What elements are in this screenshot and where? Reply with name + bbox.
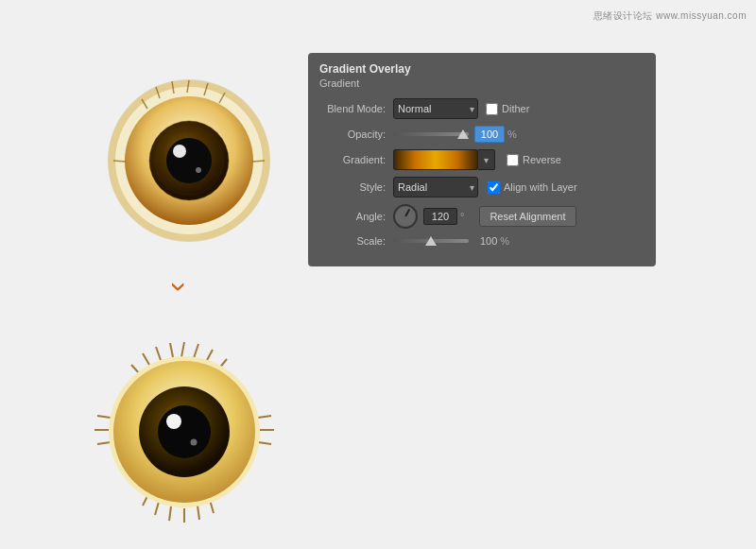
svg-line-27 (198, 506, 199, 520)
scale-row: Scale: 100 % (319, 235, 644, 247)
angle-unit: ° (460, 211, 464, 222)
style-row: Style: Radial Linear Angle Reflected Dia… (319, 177, 644, 197)
svg-point-43 (191, 439, 198, 446)
svg-line-37 (97, 416, 111, 418)
gradient-row: Gradient: ▾ Reverse (319, 149, 644, 170)
dither-checkbox[interactable] (486, 103, 498, 115)
gradient-overlay-panel: Gradient Overlay Gradient Blend Mode: No… (308, 53, 656, 266)
svg-line-18 (181, 342, 184, 357)
eye-top-illustration (104, 76, 274, 246)
style-select[interactable]: Radial Linear Angle Reflected Diamond (393, 177, 478, 197)
align-checkbox-label[interactable]: Align with Layer (488, 181, 577, 194)
gradient-label: Gradient: (319, 154, 386, 165)
scale-slider-thumb[interactable] (425, 236, 437, 246)
gradient-dropdown-btn[interactable]: ▾ (478, 149, 495, 170)
opacity-value-input[interactable] (474, 126, 505, 143)
opacity-row: Opacity: % (319, 126, 644, 143)
panel-subtitle: Gradient (319, 77, 644, 89)
scale-label: Scale: (319, 235, 386, 247)
reverse-checkbox[interactable] (507, 154, 519, 166)
scale-unit: % (500, 235, 509, 247)
gradient-swatch-wrapper[interactable]: ▾ (393, 149, 495, 170)
opacity-unit: % (507, 129, 517, 140)
svg-line-36 (97, 442, 111, 444)
svg-point-41 (158, 405, 211, 458)
blend-mode-select[interactable]: Normal Multiply Screen Overlay (393, 98, 478, 119)
angle-row: Angle: ° Reset Alignment (319, 204, 644, 229)
svg-line-16 (252, 161, 265, 162)
svg-line-33 (258, 442, 271, 444)
reset-alignment-button[interactable]: Reset Alignment (479, 206, 576, 227)
svg-line-30 (155, 502, 159, 515)
svg-line-22 (170, 343, 173, 357)
svg-point-8 (173, 145, 186, 158)
dither-checkbox-label[interactable]: Dither (486, 103, 529, 115)
svg-line-29 (169, 506, 171, 521)
watermark: 思绪设计论坛 www.missyuan.com (593, 9, 747, 23)
svg-point-7 (166, 138, 212, 183)
angle-dial[interactable] (393, 204, 418, 229)
blend-mode-dropdown-wrapper[interactable]: Normal Multiply Screen Overlay (393, 98, 478, 119)
down-arrow: › (163, 282, 198, 292)
opacity-slider-track[interactable] (393, 132, 469, 136)
scale-slider-track[interactable] (393, 239, 469, 243)
svg-line-34 (258, 416, 271, 418)
reverse-checkbox-label[interactable]: Reverse (507, 154, 561, 166)
eye-bottom-illustration (90, 340, 279, 524)
scale-value: 100 (480, 235, 497, 247)
align-checkbox[interactable] (488, 181, 500, 194)
opacity-label: Opacity: (319, 129, 386, 140)
panel-title: Gradient Overlay (319, 62, 644, 76)
svg-line-19 (194, 344, 198, 358)
reverse-label-text: Reverse (523, 154, 561, 165)
opacity-slider-thumb[interactable] (457, 129, 469, 139)
align-label-text: Align with Layer (504, 181, 577, 193)
gradient-swatch[interactable] (393, 149, 478, 170)
dither-label-text: Dither (502, 103, 529, 114)
svg-line-23 (156, 347, 161, 360)
svg-line-17 (113, 161, 126, 162)
svg-point-9 (196, 167, 201, 173)
blend-mode-label: Blend Mode: (319, 103, 386, 114)
svg-line-24 (143, 353, 149, 365)
style-dropdown-wrapper[interactable]: Radial Linear Angle Reflected Diamond (393, 177, 478, 197)
blend-mode-row: Blend Mode: Normal Multiply Screen Overl… (319, 98, 644, 119)
angle-label: Angle: (319, 211, 386, 222)
svg-point-42 (166, 414, 181, 429)
angle-value-input[interactable] (423, 208, 457, 225)
style-label: Style: (319, 181, 386, 193)
